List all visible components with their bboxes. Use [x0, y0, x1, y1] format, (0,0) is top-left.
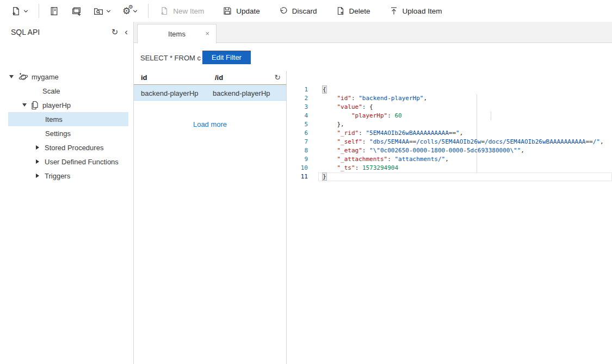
settings-button[interactable]: ⚙⚙ — [119, 3, 141, 19]
chevron-expanded-icon[interactable] — [21, 103, 28, 107]
new-item-label: New Item — [173, 7, 204, 15]
refresh-icon[interactable]: ↻ — [274, 73, 281, 82]
tab-label: Items — [168, 30, 186, 38]
code-token: , — [600, 138, 604, 145]
code-token — [323, 138, 337, 145]
tab-items[interactable]: Items × — [137, 24, 217, 44]
notebook-icon — [49, 6, 59, 16]
code-token: "value" — [337, 103, 362, 110]
browse-queries-button[interactable] — [90, 4, 115, 18]
table-row[interactable]: backend-playerHp backend-playerHp — [134, 85, 286, 101]
cell-partition-key: backend-playerHp — [213, 89, 270, 97]
code-token: "_self" — [337, 138, 362, 145]
open-query-button[interactable] — [68, 4, 85, 18]
query-text: SELECT * FROM c — [140, 54, 201, 62]
tree-node-label: Scale — [42, 87, 60, 95]
column-header-partition-key[interactable]: /id — [215, 73, 223, 82]
code-token: : — [351, 95, 358, 102]
line-number: 5 — [287, 120, 308, 129]
discard-label: Discard — [292, 7, 317, 15]
chevron-collapsed-icon[interactable] — [34, 174, 41, 178]
discard-button[interactable]: Discard — [274, 4, 322, 18]
line-number: 4 — [287, 112, 308, 120]
editor-line[interactable]: 1{ — [287, 85, 612, 94]
tree-node-settings[interactable]: Settings — [0, 126, 133, 140]
code-token — [323, 95, 337, 102]
tree-node-database-mygame[interactable]: mygame — [0, 70, 133, 84]
code-token: "attachments/" — [394, 156, 445, 163]
load-more-link[interactable]: Load more — [134, 120, 286, 128]
editor-line[interactable]: 2 "id": "backend-playerHp", — [287, 94, 612, 103]
editor-line[interactable]: 10 "_ts": 1573294904 — [287, 164, 612, 172]
code-token — [323, 147, 337, 154]
update-button[interactable]: Update — [218, 4, 264, 18]
code-token: "_etag" — [337, 147, 362, 154]
folder-search-icon — [93, 6, 104, 16]
gears-icon: ⚙⚙ — [122, 5, 131, 17]
document-plus-icon — [159, 6, 169, 16]
editor-line[interactable]: 7 "_self": "dbs/5EM4AA==/colls/5EM4AOIb2… — [287, 138, 612, 146]
edit-filter-button[interactable]: Edit Filter — [202, 51, 251, 64]
document-plus-icon — [11, 6, 21, 16]
tree-node-triggers[interactable]: Triggers — [0, 169, 133, 183]
column-header-id[interactable]: id — [141, 73, 147, 82]
undo-icon — [279, 6, 288, 16]
tree-node-items[interactable]: Items — [8, 112, 128, 126]
tree-node-user-defined-functions[interactable]: User Defined Functions — [0, 155, 133, 169]
code-token: , — [460, 129, 463, 137]
code-token — [323, 103, 337, 110]
main-area: Items × SELECT * FROM c Edit Filter id /… — [134, 22, 612, 364]
delete-button[interactable]: Delete — [331, 4, 375, 18]
code-token — [323, 156, 337, 163]
editor-line[interactable]: 3 "value": { — [287, 103, 612, 112]
refresh-icon[interactable]: ↻ — [112, 27, 119, 37]
new-sql-query-button[interactable] — [8, 4, 32, 18]
code-token: "playerHp" — [351, 112, 387, 119]
code-token: 1573294904 — [362, 164, 398, 171]
code-token: } — [323, 173, 326, 180]
editor-line[interactable]: 8 "_etag": "\"0c002650-0000-1800-0000-5d… — [287, 146, 612, 155]
api-title: SQL API — [11, 28, 40, 36]
upload-item-button[interactable]: Upload Item — [385, 4, 447, 18]
json-editor[interactable]: 1{2 "id": "backend-playerHp",3 "value": … — [287, 71, 612, 364]
tree-node-stored-procedures[interactable]: Stored Procedures — [0, 140, 133, 155]
code-token: , — [423, 95, 427, 102]
database-planet-icon — [18, 72, 28, 82]
code-token: "\"0c002650-0000-1800-0000-5dc693380000\… — [369, 147, 521, 154]
toolbar-divider — [39, 4, 39, 18]
container-icon — [30, 101, 39, 110]
line-number: 2 — [287, 94, 308, 103]
chevron-down-icon — [23, 8, 29, 14]
editor-line[interactable]: 4 "playerHp": 60 — [287, 112, 612, 120]
close-tab-icon[interactable]: × — [205, 29, 209, 38]
chevron-expanded-icon[interactable] — [8, 75, 15, 78]
collapse-sidebar-icon[interactable]: ‹ — [125, 27, 128, 38]
tree-node-label: Triggers — [45, 172, 70, 180]
editor-line[interactable]: 9 "_attachments": "attachments/", — [287, 155, 612, 164]
chevron-collapsed-icon[interactable] — [34, 159, 41, 164]
cosmos-data-explorer: ⚙⚙ New Item Update Discard — [0, 0, 612, 364]
editor-line[interactable]: 6 "_rid": "5EM4AOIb26wBAAAAAAAAAA==", — [287, 129, 612, 138]
line-number: 3 — [287, 103, 308, 112]
code-token — [323, 164, 337, 171]
tree-node-scale[interactable]: Scale — [0, 84, 133, 98]
save-icon — [222, 6, 232, 16]
code-token: { — [323, 86, 326, 93]
new-item-button[interactable]: New Item — [155, 4, 208, 18]
tree-node-container-playerhp[interactable]: playerHp — [0, 98, 133, 112]
top-toolbar: ⚙⚙ New Item Update Discard — [0, 0, 612, 22]
editor-line[interactable]: 5 }, — [287, 120, 612, 129]
tab-bar: Items × — [134, 22, 612, 43]
code-token: : — [358, 129, 366, 137]
code-token: }, — [337, 121, 344, 128]
notebook-button[interactable] — [46, 4, 63, 18]
document-delete-icon — [336, 6, 345, 16]
code-token: "5EM4AOIb26wBAAAAAAAAAA==" — [366, 129, 460, 137]
chevron-collapsed-icon[interactable] — [34, 145, 41, 150]
delete-label: Delete — [349, 7, 370, 15]
toolbar-divider — [148, 4, 149, 18]
items-table-header: id /id ↻ — [134, 71, 286, 85]
code-token: : { — [362, 103, 373, 110]
editor-line[interactable]: 11} — [287, 172, 612, 181]
cell-id: backend-playerHp — [141, 89, 199, 97]
